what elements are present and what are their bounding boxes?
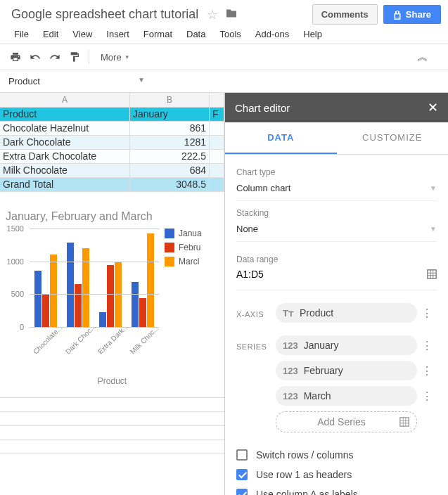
x-tick: Extra Dark... bbox=[96, 330, 122, 356]
share-button[interactable]: Share bbox=[383, 5, 441, 24]
table-row[interactable] bbox=[0, 398, 224, 412]
menu-data[interactable]: Data bbox=[179, 25, 212, 44]
menu-view[interactable]: View bbox=[65, 25, 99, 44]
cell[interactable]: 222.5 bbox=[130, 150, 210, 163]
cell[interactable] bbox=[210, 122, 224, 135]
table-row[interactable] bbox=[0, 412, 224, 426]
more-vert-icon[interactable]: ⋮ bbox=[417, 364, 437, 378]
menu-help[interactable]: Help bbox=[296, 25, 329, 44]
comments-button[interactable]: Comments bbox=[312, 4, 378, 25]
more-button[interactable]: More bbox=[94, 49, 137, 65]
data-range-input[interactable] bbox=[236, 269, 427, 280]
cell[interactable]: January bbox=[130, 108, 210, 121]
paint-format-icon[interactable] bbox=[65, 47, 84, 67]
table-row[interactable] bbox=[0, 426, 224, 440]
table-row[interactable]: Chocolate Hazelnut 861 bbox=[0, 122, 224, 136]
editor-title: Chart editor bbox=[235, 102, 290, 114]
x-axis-chip-label: Product bbox=[300, 307, 410, 319]
stacking-select[interactable]: None ▼ bbox=[236, 218, 437, 242]
cell[interactable]: 1281 bbox=[130, 136, 210, 149]
column-headers: A B bbox=[0, 93, 224, 108]
cell[interactable] bbox=[210, 178, 224, 191]
menu-file[interactable]: File bbox=[7, 25, 36, 44]
more-vert-icon[interactable]: ⋮ bbox=[417, 339, 437, 352]
collapse-toolbar-icon[interactable]: ︽ bbox=[417, 50, 428, 65]
cell[interactable]: Chocolate Hazelnut bbox=[0, 122, 130, 135]
col-header-C[interactable] bbox=[210, 93, 224, 107]
check-colA-labels[interactable]: Use column A as labels bbox=[236, 484, 437, 495]
series-chip-label: January bbox=[304, 340, 410, 351]
embedded-chart[interactable]: January, February and March 050010001500… bbox=[0, 205, 224, 392]
cell[interactable] bbox=[210, 150, 224, 163]
x-tick: Milk Choc... bbox=[129, 330, 154, 356]
table-row[interactable]: Grand Total 3048.5 bbox=[0, 178, 224, 192]
table-row[interactable]: Extra Dark Chocolate 222.5 bbox=[0, 150, 224, 164]
bar bbox=[67, 243, 74, 327]
select-range-icon[interactable] bbox=[427, 269, 437, 279]
cell[interactable] bbox=[210, 164, 224, 177]
close-icon[interactable]: ✕ bbox=[428, 100, 438, 115]
menu-format[interactable]: Format bbox=[136, 25, 179, 44]
x-tick: Dark Choc... bbox=[64, 330, 89, 356]
chart-type-select[interactable]: Column chart ▼ bbox=[236, 177, 437, 201]
menu-edit[interactable]: Edit bbox=[36, 25, 65, 44]
series-chip[interactable]: 123 February bbox=[276, 361, 417, 380]
cell[interactable]: Dark Chocolate bbox=[0, 136, 130, 149]
star-icon[interactable]: ☆ bbox=[207, 7, 218, 22]
cell[interactable]: F bbox=[210, 108, 224, 121]
series-chip-label: February bbox=[304, 365, 410, 376]
tab-data[interactable]: DATA bbox=[225, 122, 337, 154]
menu-tools[interactable]: Tools bbox=[212, 25, 248, 44]
series-chip[interactable]: 123 March bbox=[276, 386, 417, 406]
cell[interactable]: 3048.5 bbox=[130, 178, 210, 191]
cell[interactable] bbox=[210, 136, 224, 149]
cell[interactable]: Milk Chocolate bbox=[0, 164, 130, 177]
more-vert-icon[interactable]: ⋮ bbox=[417, 390, 437, 403]
redo-icon[interactable] bbox=[45, 47, 65, 67]
legend-item: Janua bbox=[165, 229, 202, 238]
chart-legend: JanuaFebruMarcl bbox=[165, 229, 202, 348]
cell[interactable]: Extra Dark Chocolate bbox=[0, 150, 130, 163]
svg-rect-1 bbox=[395, 14, 399, 18]
series-chip-label: March bbox=[304, 390, 410, 401]
menu-insert[interactable]: Insert bbox=[99, 25, 136, 44]
col-header-B[interactable]: B bbox=[130, 93, 210, 107]
x-axis-title: Product bbox=[6, 376, 219, 386]
menu-addons[interactable]: Add-ons bbox=[248, 25, 296, 44]
check-switch-rows-cols[interactable]: Switch rows / columns bbox=[236, 445, 437, 465]
checkbox-icon bbox=[236, 489, 248, 495]
print-icon[interactable] bbox=[6, 47, 25, 67]
chart-editor-panel: Chart editor ✕ DATA CUSTOMIZE Chart type… bbox=[224, 93, 448, 495]
table-row[interactable]: Dark Chocolate 1281 bbox=[0, 136, 224, 150]
undo-icon[interactable] bbox=[25, 47, 45, 67]
doc-title[interactable]: Google spreadsheet chart tutorial bbox=[7, 4, 203, 25]
tab-customize[interactable]: CUSTOMIZE bbox=[337, 122, 449, 154]
cell[interactable]: Grand Total bbox=[0, 178, 130, 191]
y-tick: 1500 bbox=[7, 224, 24, 233]
checkbox-icon bbox=[236, 469, 248, 480]
table-row[interactable]: Product January F bbox=[0, 108, 224, 122]
cell[interactable]: 684 bbox=[130, 164, 210, 177]
series-chip[interactable]: 123 January bbox=[276, 335, 417, 355]
bar bbox=[147, 233, 154, 327]
svg-rect-7 bbox=[400, 418, 409, 426]
y-tick: 0 bbox=[20, 323, 24, 331]
check-row1-headers[interactable]: Use row 1 as headers bbox=[236, 465, 437, 484]
col-header-A[interactable]: A bbox=[0, 93, 130, 107]
add-series-button[interactable]: Add Series bbox=[276, 411, 417, 432]
cell[interactable]: 861 bbox=[130, 122, 210, 135]
label-stacking: Stacking bbox=[236, 208, 437, 218]
bar bbox=[107, 265, 114, 327]
table-row[interactable] bbox=[0, 440, 224, 454]
more-vert-icon[interactable]: ⋮ bbox=[417, 307, 437, 320]
table-row[interactable]: Milk Chocolate 684 bbox=[0, 164, 224, 178]
x-axis-chip[interactable]: Tᴛ Product bbox=[276, 303, 417, 323]
name-box[interactable]: Product bbox=[6, 73, 62, 89]
cell[interactable]: Product bbox=[0, 108, 130, 121]
bar bbox=[132, 282, 139, 327]
label-series: SERIES bbox=[236, 335, 276, 432]
number-type-icon: 123 bbox=[283, 391, 298, 401]
folder-icon[interactable] bbox=[225, 7, 238, 22]
chevron-down-icon: ▼ bbox=[430, 184, 437, 192]
namebox-dropdown-icon[interactable]: ▼ bbox=[138, 76, 145, 84]
